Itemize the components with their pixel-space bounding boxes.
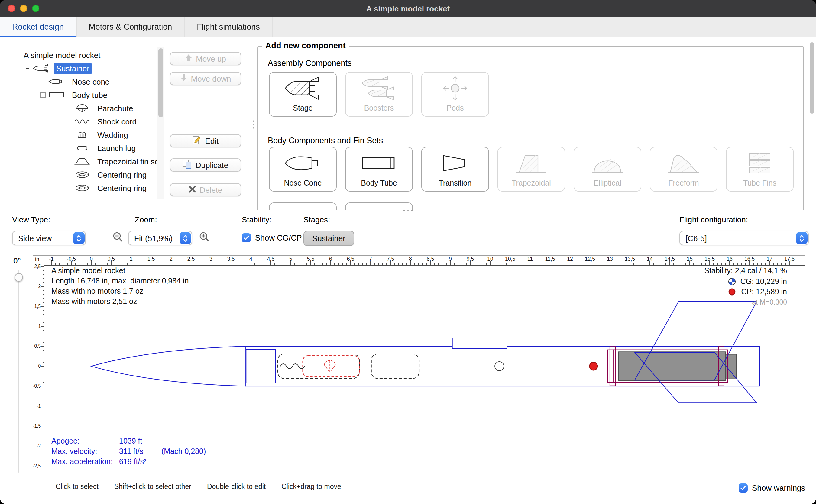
panel-scrollbar-thumb[interactable] bbox=[810, 42, 814, 114]
component-card-stage[interactable]: Stage bbox=[269, 72, 337, 117]
svg-text:17: 17 bbox=[766, 256, 772, 262]
nosecone-icon bbox=[270, 150, 336, 176]
zoom-out-button[interactable] bbox=[112, 232, 124, 244]
svg-text:Max. acceleration:: Max. acceleration: bbox=[51, 457, 113, 466]
show-cgcp-label: Show CG/CP bbox=[255, 233, 302, 242]
expand-collapse-toggle[interactable] bbox=[25, 66, 32, 71]
move-up-label: Move up bbox=[196, 54, 226, 63]
tree-item-nose-cone[interactable]: Nose cone bbox=[10, 75, 157, 88]
view-type-select[interactable]: Side view bbox=[12, 231, 86, 245]
tree-item-label: Trapezoidal fin set bbox=[95, 156, 157, 166]
tree-scrollbar[interactable] bbox=[157, 47, 164, 199]
svg-text:-1: -1 bbox=[37, 403, 41, 409]
launchlug-icon bbox=[73, 144, 91, 152]
svg-text:4: 4 bbox=[249, 256, 252, 262]
show-warnings-checkbox[interactable]: Show warnings bbox=[739, 483, 805, 493]
cp-symbol bbox=[590, 362, 597, 370]
tree-item-centering-ring[interactable]: Centering ring bbox=[10, 168, 157, 181]
tree-scrollbar-thumb[interactable] bbox=[158, 48, 163, 117]
stage-toggle-sustainer[interactable]: Sustainer bbox=[303, 231, 354, 246]
component-card-label: Trapezoidal bbox=[512, 179, 551, 187]
tree-item-label: Centering ring bbox=[95, 170, 149, 180]
add-component-panel: Add new component Assembly Components St… bbox=[257, 37, 805, 210]
rotation-slider-knob[interactable] bbox=[15, 273, 23, 282]
zoom-label: Zoom: bbox=[135, 215, 157, 224]
tree-item-sustainer[interactable]: Sustainer bbox=[10, 62, 157, 75]
show-cgcp-checkbox[interactable]: Show CG/CP bbox=[242, 233, 302, 242]
tree-item-parachute[interactable]: Parachute bbox=[10, 102, 157, 115]
rocket-diagram[interactable]: -1-0,500,511,522,533,544,555,566,577,588… bbox=[33, 255, 805, 476]
svg-text:12: 12 bbox=[567, 256, 573, 262]
minimize-button[interactable] bbox=[20, 5, 27, 12]
edit-button[interactable]: Edit bbox=[170, 134, 241, 147]
svg-text:-1,5: -1,5 bbox=[33, 423, 41, 428]
duplicate-button[interactable]: Duplicate bbox=[170, 158, 241, 172]
move-down-button[interactable]: Move down bbox=[170, 72, 241, 85]
tab-flight-simulations[interactable]: Flight simulations bbox=[185, 17, 273, 37]
component-card-label: Boosters bbox=[364, 104, 394, 112]
stages-label: Stages: bbox=[303, 215, 330, 224]
svg-text:11,5: 11,5 bbox=[545, 256, 555, 262]
tree-item-partial[interactable] bbox=[10, 195, 157, 199]
component-card-nose-cone[interactable]: Nose Cone bbox=[269, 147, 337, 192]
svg-text:6,5: 6,5 bbox=[347, 256, 355, 262]
tab-motors-configuration[interactable]: Motors & Configuration bbox=[76, 17, 185, 37]
zoom-in-button[interactable] bbox=[198, 232, 210, 244]
close-button[interactable] bbox=[8, 5, 15, 12]
tree-item-wadding[interactable]: Wadding bbox=[10, 128, 157, 141]
component-card-body-tube[interactable]: Body Tube bbox=[345, 147, 413, 192]
svg-text:Mass with motors 2,51 oz: Mass with motors 2,51 oz bbox=[51, 297, 137, 305]
rocket-diagram-svg[interactable]: -1-0,500,511,522,533,544,555,566,577,588… bbox=[33, 256, 805, 476]
component-card-label: Body Tube bbox=[361, 179, 397, 187]
zoom-select[interactable]: Fit (51,9%) bbox=[128, 231, 192, 245]
tab-rocket-design[interactable]: Rocket design bbox=[0, 17, 76, 37]
cp-symbol bbox=[729, 289, 735, 295]
horizontal-splitter[interactable] bbox=[0, 208, 816, 213]
component-card-label: Pods bbox=[447, 104, 464, 112]
rotation-slider-track[interactable] bbox=[18, 270, 19, 473]
tree-item-trapezoidal-fin-set[interactable]: Trapezoidal fin set bbox=[10, 155, 157, 168]
tree-item-label: Wadding bbox=[95, 130, 131, 140]
svg-text:1039 ft: 1039 ft bbox=[119, 437, 142, 445]
component-card-transition[interactable]: Transition bbox=[421, 147, 489, 192]
svg-text:CP: 12,589 in: CP: 12,589 in bbox=[741, 287, 787, 296]
toolbar-divider bbox=[287, 231, 287, 246]
component-card-trapezoidal: Trapezoidal bbox=[497, 147, 565, 192]
checkbox-checked-icon bbox=[242, 233, 251, 242]
move-up-button[interactable]: Move up bbox=[170, 52, 241, 65]
flight-configuration-value: [C6-5] bbox=[680, 234, 796, 243]
svg-text:0,5: 0,5 bbox=[108, 256, 115, 262]
vertical-splitter[interactable] bbox=[251, 117, 257, 132]
rocket-icon bbox=[32, 64, 50, 73]
component-card-label: Transition bbox=[439, 179, 472, 187]
parachute-icon bbox=[73, 104, 91, 112]
panel-scrollbar[interactable] bbox=[810, 39, 815, 208]
component-card-elliptical: Elliptical bbox=[574, 147, 641, 192]
diagram-canvas[interactable]: -1-0,500,511,522,533,544,555,566,577,588… bbox=[33, 256, 805, 476]
magnifier-minus-icon bbox=[112, 231, 123, 245]
svg-text:6: 6 bbox=[329, 256, 332, 262]
flight-configuration-select[interactable]: [C6-5] bbox=[679, 231, 809, 245]
tree-item-shock-cord[interactable]: Shock cord bbox=[10, 115, 157, 128]
tree-item-body-tube[interactable]: Body tube bbox=[10, 88, 157, 102]
svg-text:Stability: 2,4 cal / 14,1 %: Stability: 2,4 cal / 14,1 % bbox=[704, 266, 787, 275]
delete-button[interactable]: Delete bbox=[170, 183, 241, 196]
svg-text:1: 1 bbox=[38, 324, 41, 329]
add-component-title: Add new component bbox=[262, 41, 349, 50]
tree-item-a-simple-model-rocket[interactable]: A simple model rocket bbox=[10, 48, 157, 62]
checkbox-checked-icon bbox=[739, 483, 748, 493]
zoom-window-button[interactable] bbox=[32, 5, 39, 12]
tree-item-launch-lug[interactable]: Launch lug bbox=[10, 141, 157, 155]
centeringring-icon bbox=[73, 170, 91, 179]
delete-label: Delete bbox=[199, 185, 222, 194]
stability-label: Stability: bbox=[242, 215, 271, 224]
tree-item-label: Sustainer bbox=[54, 63, 92, 73]
tree-item-centering-ring[interactable]: Centering ring bbox=[10, 181, 157, 195]
svg-text:15: 15 bbox=[687, 256, 693, 262]
expand-collapse-toggle[interactable] bbox=[40, 92, 48, 98]
component-card-boosters: Boosters bbox=[345, 72, 413, 117]
svg-text:at M=0,300: at M=0,300 bbox=[752, 298, 787, 306]
hint-text: Click+drag to move bbox=[281, 483, 341, 490]
svg-text:15,5: 15,5 bbox=[704, 256, 715, 262]
tree-item-label: Shock cord bbox=[95, 116, 139, 127]
